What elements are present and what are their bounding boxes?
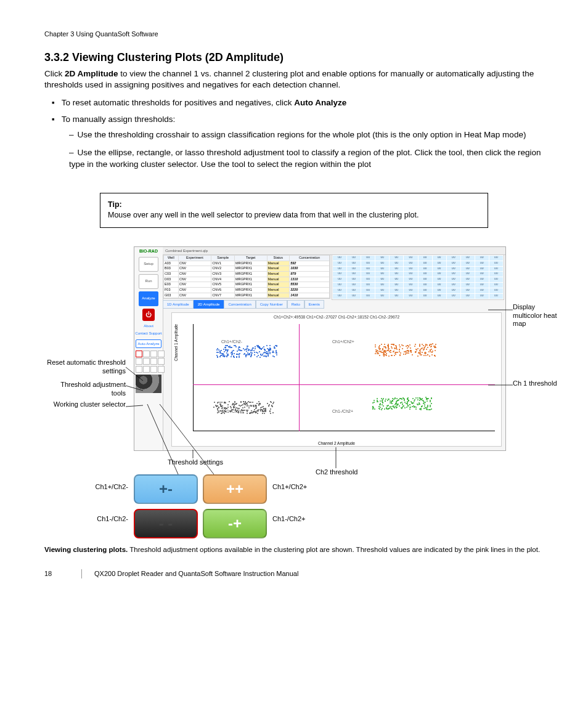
threshold-tool-grid[interactable] xyxy=(136,351,161,365)
cluster-btn-nn[interactable]: - - xyxy=(134,509,198,538)
plate-selector[interactable]: UUUUUUUUUUUUUUUUUUUUUUUUUUUUUUUUUUUUUUUU… xyxy=(332,254,504,300)
tab-1d[interactable]: 1D Amplitude xyxy=(163,300,194,309)
view-tabs: 1D Amplitude 2D Amplitude Concentration … xyxy=(163,300,504,309)
quad-label-ul: Ch1+/Ch2- xyxy=(221,339,242,345)
nav-run[interactable]: Run xyxy=(139,274,158,289)
well-data-table[interactable]: WellExperimentSampleTargetStatusConcentr… xyxy=(163,254,330,299)
page-footer: 18 QX200 Droplet Reader and QuantaSoft S… xyxy=(44,569,544,578)
figure: BIO-RAD Setup Run Analyze ⏻ About Contac… xyxy=(44,246,544,542)
cluster-btn-pn[interactable]: +- xyxy=(134,474,198,504)
ch1-threshold-line[interactable] xyxy=(193,384,495,385)
clustering-chart[interactable]: Ch1+Ch2+:49538 Ch1+Ch2-:27027 Ch1-Ch2+:1… xyxy=(171,312,502,447)
chapter-header: Chapter 3 Using QuantaSoft Software xyxy=(44,30,544,39)
callout-threshold-tools: Threshold adjustment tools xyxy=(44,381,126,398)
biglabel-lr: Ch1-/Ch2+ xyxy=(272,515,306,524)
bullet-manual: To manually assign thresholds: Use the t… xyxy=(52,114,544,171)
tab-copy[interactable]: Copy Number xyxy=(256,300,287,309)
biglabel-ur: Ch1+/Ch2+ xyxy=(272,483,307,492)
droplet-thumbnail xyxy=(136,375,161,393)
ch2-threshold-line[interactable] xyxy=(299,324,300,431)
nav-setup[interactable]: Setup xyxy=(139,257,158,272)
tab-ratio[interactable]: Ratio xyxy=(287,300,304,309)
cluster-btn-pp[interactable]: ++ xyxy=(203,474,267,504)
chart-title: Ch1+Ch2+:49538 Ch1+Ch2-:27027 Ch1-Ch2+:1… xyxy=(172,314,501,320)
section-heading: 3.3.2 Viewing Clustering Plots (2D Ampli… xyxy=(44,50,544,65)
quad-label-ll: Ch1-/Ch2- xyxy=(221,408,241,415)
tip-box: Tip: Mouse over any well in the well sel… xyxy=(100,193,488,228)
brand-logo: BIO-RAD xyxy=(134,247,163,254)
bullet-auto-analyze: To reset automatic thresholds for positi… xyxy=(52,97,544,109)
callout-ch1-threshold: Ch 1 threshold xyxy=(513,379,562,388)
cluster-selector-enlarged: +- ++ - - -+ xyxy=(134,474,267,538)
cluster-selector-grid[interactable] xyxy=(136,366,161,373)
callout-cluster-selector: Working cluster selector xyxy=(44,400,126,409)
tab-events[interactable]: Events xyxy=(304,300,324,309)
callout-ch2-threshold: Ch2 threshold xyxy=(316,468,358,477)
callout-threshold-settings: Threshold settings xyxy=(168,458,223,467)
quad-label-lr: Ch1-/Ch2+ xyxy=(332,408,353,415)
nav-analyze[interactable]: Analyze xyxy=(139,291,158,306)
callout-heatmap: Display multicolor heat map xyxy=(513,303,562,328)
page-number: 18 xyxy=(44,569,69,578)
quad-label-ur: Ch1+/Ch2+ xyxy=(332,339,354,345)
auto-analyze-button[interactable]: Auto Analyze xyxy=(136,339,161,348)
power-icon[interactable]: ⏻ xyxy=(142,309,155,321)
nav-about[interactable]: About xyxy=(134,323,163,328)
cluster-btn-np[interactable]: -+ xyxy=(203,509,267,538)
tab-2d[interactable]: 2D Amplitude xyxy=(194,300,224,309)
chart-ylabel: Channel 1 Amplitude xyxy=(173,324,179,361)
subbullet-crosshair: Use the thresholding crosshair to assign… xyxy=(69,129,544,141)
subbullet-shape-tools: Use the ellipse, rectangle, or lasso thr… xyxy=(69,147,544,171)
chart-xlabel: Channel 2 Amplitude xyxy=(172,440,501,446)
footer-title: QX200 Droplet Reader and QuantaSoft Soft… xyxy=(81,569,298,578)
nav-support[interactable]: Contact Support xyxy=(134,331,163,336)
biglabel-ll: Ch1-/Ch2- xyxy=(81,515,128,524)
tab-conc[interactable]: Concentration xyxy=(224,300,255,309)
biglabel-ul: Ch1+/Ch2- xyxy=(81,483,128,492)
callout-reset-auto: Reset automatic threshold settings xyxy=(44,359,126,376)
intro-paragraph: Click 2D Amplitude to view the channel 1… xyxy=(44,68,544,92)
figure-caption: Viewing clustering plots. Threshold adju… xyxy=(44,545,544,554)
app-sidebar: BIO-RAD Setup Run Analyze ⏻ About Contac… xyxy=(134,247,163,450)
app-window: BIO-RAD Setup Run Analyze ⏻ About Contac… xyxy=(134,246,506,451)
